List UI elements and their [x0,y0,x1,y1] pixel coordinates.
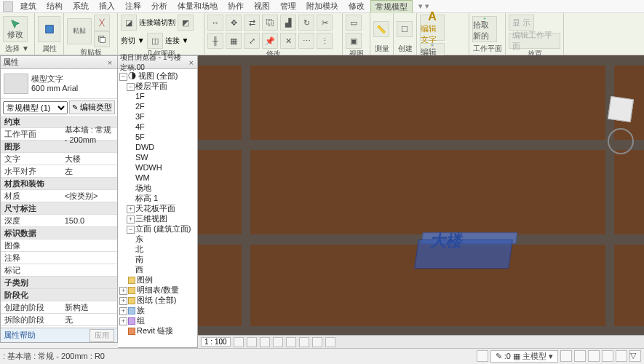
menu-item[interactable]: 建筑 [16,0,41,12]
tree-node-legends[interactable]: +图例 [118,274,197,285]
selected-model-text[interactable]: 大楼 [416,226,518,270]
filter-icon[interactable]: ▽ [629,350,641,362]
crop-region-icon[interactable] [299,337,309,347]
menu-item[interactable]: 视图 [250,0,274,12]
trim-button[interactable]: ✂ [317,15,333,31]
mirror-button[interactable]: ▟ [280,15,296,31]
sun-path-icon[interactable] [260,337,270,347]
tree-node-elev[interactable]: −立面 (建筑立面) [118,223,197,234]
prop-group[interactable]: 标识数据 [3,228,65,239]
properties-help-link[interactable]: 属性帮助 [4,330,36,341]
prop-group[interactable]: 材质和装饰 [3,178,65,189]
close-icon[interactable]: × [105,58,115,67]
tool-button[interactable]: ⋮ [317,33,333,49]
type-selector-head[interactable]: 模型文字 600 mm Arial [1,69,117,99]
menu-item[interactable]: 系统 [68,0,93,12]
hide-isolate-icon[interactable] [312,337,322,347]
copy-button[interactable] [94,31,110,47]
context-tab[interactable]: 常规模型 [370,0,413,13]
edit-wp-button[interactable]: 编辑工作平面 [509,33,560,49]
tree-leaf[interactable]: DWD [118,142,197,152]
drag-icon[interactable] [616,350,627,362]
prop-value[interactable]: 大楼 [65,154,115,165]
tree-node-schedules[interactable]: +明细表/数量 [118,285,197,295]
detail-level-icon[interactable] [234,337,244,347]
menu-item[interactable]: 修改 [344,0,369,12]
offset-button[interactable]: ⇄ [244,15,260,31]
delete-button[interactable]: ✕ [280,33,296,49]
prop-value[interactable]: 基本墙 : 常规 - 200mm [65,124,115,144]
copy-mod-button[interactable]: ⿻ [262,15,278,31]
tree-node-floorplans[interactable]: −楼层平面 [118,81,197,91]
tree-leaf[interactable]: 4F [118,122,197,132]
select-underlay-icon[interactable] [574,350,586,362]
tree-leaf[interactable]: 标高 1 [118,193,197,203]
paste-button[interactable]: 粘贴 [67,18,92,44]
prop-group[interactable]: 尺寸标注 [3,203,65,214]
cut-button[interactable] [94,15,110,31]
tree-leaf[interactable]: 3F [118,111,197,122]
create-button[interactable]: ☐ [397,21,413,37]
edit-text-button[interactable]: A编辑文字 [420,15,445,41]
workset-icon[interactable] [477,350,488,362]
move-button[interactable]: ✥ [226,15,242,31]
tool-button[interactable]: ⋯ [298,33,314,49]
tree-leaf[interactable]: 2F [118,101,197,111]
menu-item[interactable]: 体量和场地 [173,0,222,12]
tree-leaf[interactable]: 西 [118,264,197,274]
browser-tree[interactable]: −◑ 视图 (全部) −楼层平面 1F 2F 3F 4F 5F DWD SW W… [118,69,197,347]
rotate-button[interactable]: ↻ [298,15,314,31]
align-button[interactable]: ↔ [207,15,223,31]
design-option-selector[interactable]: ✎ :0 ▦ 主模型 ▾ [490,350,558,363]
crop-icon[interactable] [286,337,296,347]
menu-item[interactable]: 附加模块 [302,0,343,12]
close-icon[interactable]: × [187,58,195,67]
tree-node-sheets[interactable]: +图纸 (全部) [118,295,197,305]
tree-root[interactable]: −◑ 视图 (全部) [118,71,197,81]
tree-leaf[interactable]: WM [118,173,197,183]
tree-leaf[interactable]: 1F [118,91,197,101]
select-face-icon[interactable] [602,350,613,362]
tree-leaf[interactable]: SW [118,152,197,162]
prop-group[interactable]: 约束 [3,116,65,127]
show-button[interactable]: 显 示 [509,15,534,31]
menu-item[interactable]: 注释 [121,0,146,12]
pin-button[interactable]: 📌 [262,33,278,49]
select-pinned-icon[interactable] [588,350,600,362]
prop-group[interactable]: 子类别 [3,277,65,288]
instance-selector[interactable]: 常规模型 (1) [3,101,68,114]
prop-group[interactable]: 阶段化 [3,290,65,301]
tree-leaf[interactable]: 东 [118,234,197,244]
menu-item[interactable]: 分析 [147,0,172,12]
split-button[interactable]: ╫ [207,33,223,49]
pick-plane-button[interactable]: 拾取新的 [472,16,497,42]
measure-button[interactable]: 📏 [373,21,389,37]
join-button[interactable]: ◫ [147,33,163,49]
tree-node-families[interactable]: +族 [118,305,197,315]
visual-style-icon[interactable] [247,337,257,347]
menu-item[interactable]: 结构 [42,0,67,12]
app-menu-icon[interactable] [3,1,13,12]
properties-button[interactable] [38,16,60,42]
cut-geom-button[interactable]: ◩ [178,15,194,31]
tree-leaf[interactable]: 北 [118,244,197,254]
apply-button[interactable]: 应用 [90,329,114,342]
viewcube[interactable] [603,92,638,127]
prop-value[interactable]: 左 [65,166,115,177]
scale-selector[interactable]: 1 : 100 [201,337,231,347]
tree-leaf[interactable]: 5F [118,132,197,142]
tree-node-groups[interactable]: +组 [118,315,197,325]
select-links-icon[interactable] [560,350,572,362]
modify-button[interactable]: 修改 [3,16,28,42]
shadows-icon[interactable] [273,337,283,347]
scale-button[interactable]: ⤢ [244,33,260,49]
tree-leaf[interactable]: 场地 [118,183,197,193]
reveal-icon[interactable] [325,337,335,347]
tree-leaf[interactable]: 南 [118,254,197,264]
edit-type-button[interactable]: ✎ 编辑类型 [69,100,115,114]
prop-value[interactable]: <按类别> [65,191,115,202]
tree-node-ceiling[interactable]: +天花板平面 [118,203,197,213]
prop-value[interactable]: 150.0 [65,216,115,225]
view-button[interactable]: ▣ [346,33,362,49]
array-button[interactable]: ▦ [226,33,242,49]
